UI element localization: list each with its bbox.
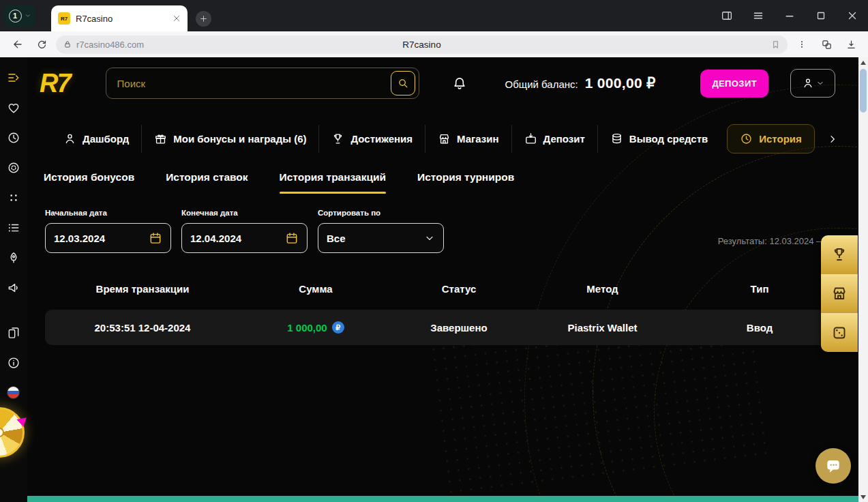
rail-slots[interactable] [7, 191, 20, 205]
search-button[interactable] [391, 71, 415, 95]
footer-top-strip [27, 496, 858, 502]
maximize-icon[interactable] [815, 10, 827, 22]
omnibox[interactable]: r7casino486.com R7casino [56, 35, 788, 54]
col-header-time: Время транзакции [45, 283, 240, 295]
nav-item-label: Достижения [350, 133, 413, 145]
more-options-button[interactable] [792, 35, 812, 54]
nav-item-achievements[interactable]: Достижения [318, 125, 425, 153]
reload-button[interactable] [31, 35, 52, 54]
quick-games-button[interactable] [821, 313, 858, 352]
scroll-down-button[interactable] [858, 492, 868, 502]
heart-icon [7, 101, 20, 115]
nav-item-bonuses[interactable]: Мои бонусы и награды (6) [141, 125, 318, 153]
reload-icon [36, 39, 48, 50]
dots-vertical-icon [797, 40, 807, 49]
rail-bonuses[interactable] [7, 161, 20, 175]
site-viewport: R7 Общий баланс: 1 000,00 ₽ ДЕПОЗИТ [0, 57, 868, 502]
chip-icon [7, 161, 20, 175]
browser-window: 1 R7 R7casino r7casino486.com [0, 0, 868, 502]
calendar-icon[interactable] [285, 231, 299, 245]
cell-time: 20:53:51 12-04-2024 [45, 322, 240, 334]
search-bar [106, 68, 419, 99]
rail-info[interactable] [7, 356, 20, 370]
side-panel-icon[interactable] [721, 10, 733, 22]
filters: Начальная дата Конечная дата Сортировать… [45, 209, 841, 253]
tab-tournaments-history[interactable]: История турниров [417, 171, 514, 194]
end-date-input[interactable] [190, 233, 265, 244]
cell-amount: 1 000,00 ₽ [240, 321, 391, 334]
search-input[interactable] [117, 78, 391, 89]
account-button[interactable] [790, 69, 835, 98]
col-header-method: Метод [526, 283, 678, 295]
sort-select[interactable]: Все [318, 223, 444, 253]
browser-tab[interactable]: R7 R7casino [51, 5, 188, 31]
site-logo[interactable]: R7 [40, 70, 70, 96]
menu-expand-icon [7, 71, 20, 85]
triangle-up-icon [860, 61, 866, 65]
nav-item-label: Магазин [457, 133, 499, 145]
rail-promotions[interactable] [7, 281, 20, 295]
browser-profile-button[interactable]: 1 [4, 5, 35, 27]
nav-item-label: Депозит [543, 133, 585, 145]
clock-icon [7, 131, 20, 145]
minimize-icon[interactable] [783, 10, 796, 22]
tab-groups-button[interactable] [816, 35, 837, 54]
slots-dots-icon [7, 191, 20, 205]
col-header-amount: Сумма [240, 283, 391, 295]
list-icon [7, 221, 20, 235]
tab-groups-icon [821, 39, 833, 50]
tab-transactions-history[interactable]: История транзакций [280, 171, 386, 194]
tab-close-icon[interactable] [173, 14, 181, 23]
scrollbar-thumb[interactable] [860, 69, 867, 113]
rail-favorites[interactable] [7, 101, 20, 115]
nav-item-withdraw[interactable]: Вывод средств [597, 125, 720, 153]
bookmark-icon[interactable] [770, 40, 781, 50]
calendar-icon[interactable] [149, 231, 162, 245]
new-tab-button[interactable] [196, 11, 211, 27]
livechat-button[interactable] [815, 448, 851, 484]
deposit-icon [524, 132, 537, 145]
end-date-box[interactable] [181, 223, 308, 253]
chevron-down-icon [424, 233, 435, 243]
scroll-up-button[interactable] [858, 57, 868, 68]
rail-expand-menu[interactable] [7, 71, 20, 85]
rail-games[interactable] [7, 326, 20, 340]
wheel-hub [0, 428, 4, 437]
rail-new-games[interactable] [7, 251, 20, 265]
rail-language[interactable] [7, 386, 20, 400]
quick-tournaments-button[interactable] [821, 235, 858, 274]
cards-icon [7, 326, 20, 340]
balance-value: 1 000,00 ₽ [585, 75, 656, 91]
rail-categories[interactable] [7, 221, 20, 235]
deposit-button[interactable]: ДЕПОЗИТ [700, 70, 768, 98]
cell-type: Ввод [678, 322, 841, 334]
transactions-table: Время транзакции Сумма Статус Метод Тип … [45, 283, 841, 345]
page-scrollbar[interactable] [858, 57, 868, 502]
sort-value: Все [327, 233, 346, 244]
nav-item-shop[interactable]: Магазин [425, 125, 511, 153]
bell-icon[interactable] [452, 76, 467, 91]
nav-scroll-right[interactable] [818, 134, 838, 145]
trophy-icon [831, 246, 848, 263]
sort-field: Сортировать по Все [318, 209, 444, 253]
menu-icon[interactable] [752, 10, 764, 22]
quick-shop-button[interactable] [821, 274, 858, 313]
person-icon [802, 77, 814, 89]
tab-bets-history[interactable]: История ставок [166, 171, 248, 194]
close-window-icon[interactable] [846, 10, 858, 22]
cell-method: Piastrix Wallet [526, 322, 678, 334]
sort-label: Сортировать по [318, 209, 444, 217]
nav-item-deposit[interactable]: Депозит [511, 125, 597, 153]
back-button[interactable] [7, 35, 27, 54]
tab-bonus-history[interactable]: История бонусов [44, 171, 134, 194]
page-title: R7casino [56, 40, 788, 50]
nav-item-history[interactable]: История [727, 124, 815, 153]
start-date-box[interactable] [45, 223, 171, 253]
nav-item-dashboard[interactable]: Дашборд [51, 125, 141, 153]
start-date-input[interactable] [54, 233, 129, 244]
downloads-button[interactable] [841, 35, 861, 54]
russian-flag-icon [7, 386, 20, 399]
chevron-down-icon [25, 12, 31, 19]
rail-recent[interactable] [7, 131, 20, 145]
nav-item-label: Дашборд [83, 133, 129, 145]
